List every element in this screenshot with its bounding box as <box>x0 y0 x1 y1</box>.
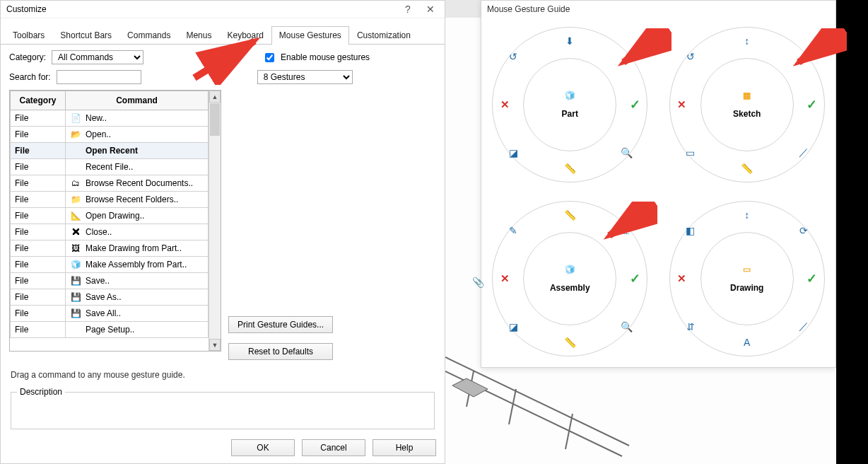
cancel-icon[interactable]: ✕ <box>674 271 690 286</box>
command-cell: 💾Save All.. <box>66 306 209 322</box>
description-group: Description <box>11 387 435 429</box>
flip-icon[interactable]: ⇵ <box>683 319 698 335</box>
cancel-icon[interactable]: ✕ <box>497 271 512 286</box>
table-scrollbar[interactable]: ▲ ▼ <box>209 91 221 351</box>
gesture-count-select[interactable]: 8 Gestures <box>257 70 353 84</box>
category-cell: File <box>11 127 66 143</box>
enable-gestures-checkbox[interactable] <box>265 53 274 62</box>
accept-icon[interactable]: ✓ <box>627 271 643 286</box>
command-label: Open Recent <box>86 146 138 156</box>
gesture-wheel[interactable]: 🧊Assembly📏⟂✓🔍📏◪✕✎📎 <box>492 201 647 356</box>
gesture-wheel[interactable]: ▭Drawing↕⟳✓／A⇵✕◧ <box>669 201 825 356</box>
search-input[interactable] <box>57 70 141 84</box>
cancel-icon[interactable]: ✕ <box>674 97 690 112</box>
col-command[interactable]: Command <box>66 91 209 110</box>
make-drawing-icon: 🖼 <box>70 243 81 254</box>
table-row[interactable]: File🧊Make Assembly from Part.. <box>11 257 209 273</box>
accept-icon[interactable]: ✓ <box>804 271 820 286</box>
table-row[interactable]: File🗙Close.. <box>11 224 209 240</box>
dimension-icon[interactable]: ↕ <box>739 207 755 223</box>
drag-hint: Drag a command to any mouse gesture guid… <box>11 370 436 380</box>
normal-to-icon[interactable]: ⟂ <box>618 49 634 64</box>
category-label: Category: <box>9 52 46 62</box>
command-cell: 📂Open.. <box>66 127 209 143</box>
previous-view-icon[interactable]: ↺ <box>505 49 521 64</box>
table-row[interactable]: File💾Save.. <box>11 273 209 289</box>
rectangle-icon[interactable]: ▭ <box>683 145 698 161</box>
paperclip-icon[interactable]: 📎 <box>470 274 486 290</box>
tab-shortcut-bars[interactable]: Shortcut Bars <box>52 26 119 45</box>
help-icon[interactable]: ? <box>397 4 419 15</box>
normal-to-icon[interactable]: ⟂ <box>618 223 634 238</box>
tab-menus[interactable]: Menus <box>178 26 219 45</box>
accept-icon[interactable]: ✓ <box>627 97 643 112</box>
enable-gestures-label[interactable]: Enable mouse gestures <box>281 52 370 62</box>
dimension-icon[interactable]: ↕ <box>739 33 755 49</box>
line-icon[interactable]: ／ <box>796 145 811 161</box>
category-cell: File <box>11 208 66 224</box>
table-row[interactable]: File📄New.. <box>11 110 209 127</box>
command-label: Open.. <box>86 129 111 139</box>
measure-icon[interactable]: 📏 <box>739 161 755 176</box>
table-row[interactable]: File📂Open.. <box>11 127 209 143</box>
category-cell: File <box>11 306 66 322</box>
measure-icon[interactable]: 📏 <box>562 161 577 176</box>
model-items-icon[interactable]: ◧ <box>683 223 698 238</box>
gesture-wheel[interactable]: ▦Sketch↕⟂✓／📏▭✕↺ <box>669 27 825 182</box>
category-cell: File <box>11 273 66 289</box>
edit-component-icon[interactable]: ✎ <box>505 223 521 238</box>
new-doc-icon: 📄 <box>70 112 81 124</box>
wheel-label: Part <box>541 109 598 119</box>
cancel-button[interactable]: Cancel <box>302 439 365 456</box>
normal-to-icon[interactable]: ⟂ <box>796 49 811 64</box>
tab-keyboard[interactable]: Keyboard <box>219 26 271 45</box>
tab-customization[interactable]: Customization <box>349 26 418 45</box>
category-cell: File <box>11 175 66 192</box>
rotate-view-icon[interactable]: ⟳ <box>796 223 811 238</box>
help-button[interactable]: Help <box>373 439 436 456</box>
recent-docs-icon: 🗂 <box>70 178 81 189</box>
scroll-thumb[interactable] <box>210 103 220 136</box>
tab-commands[interactable]: Commands <box>119 26 178 45</box>
table-row[interactable]: File🗂Browse Recent Documents.. <box>11 175 209 192</box>
command-label: Browse Recent Documents.. <box>86 178 193 188</box>
col-category[interactable]: Category <box>11 91 66 110</box>
print-guides-button[interactable]: Print Gesture Guides... <box>228 316 333 333</box>
scroll-down-icon[interactable]: ▼ <box>209 339 221 351</box>
line-icon[interactable]: ／ <box>796 319 811 335</box>
table-row[interactable]: File💾Save As.. <box>11 289 209 306</box>
table-row[interactable]: File🖼Make Drawing from Part.. <box>11 240 209 257</box>
zoom-fit-icon[interactable]: 🔍 <box>618 145 634 161</box>
section-view-icon[interactable]: ◪ <box>505 145 521 161</box>
gesture-wheel[interactable]: 🧊Part⬇⟂✓🔍📏◪✕↺ <box>492 27 647 182</box>
part-cube-icon: 🧊 <box>562 91 577 106</box>
drawing-sheet-icon: ▭ <box>739 265 755 280</box>
section-view-icon[interactable]: ◪ <box>505 319 521 335</box>
front-view-icon[interactable]: ⬇ <box>562 33 577 49</box>
ok-button[interactable]: OK <box>231 439 295 456</box>
previous-view-icon[interactable]: ↺ <box>683 49 698 64</box>
table-row[interactable]: File📁Browse Recent Folders.. <box>11 192 209 208</box>
save-as-icon: 💾 <box>70 291 81 303</box>
accept-icon[interactable]: ✓ <box>804 97 820 112</box>
command-table[interactable]: Category Command File📄New..File📂Open..Fi… <box>9 90 221 352</box>
tab-toolbars[interactable]: Toolbars <box>5 26 52 45</box>
category-select[interactable]: All Commands <box>52 50 143 64</box>
scroll-up-icon[interactable]: ▲ <box>209 91 221 103</box>
cancel-icon[interactable]: ✕ <box>497 97 512 112</box>
table-row[interactable]: File💾Save All.. <box>11 306 209 322</box>
table-row[interactable]: FileOpen Recent <box>11 143 209 159</box>
measure-icon[interactable]: 📏 <box>562 335 577 350</box>
annotation-icon[interactable]: A <box>739 335 755 350</box>
close-icon[interactable]: ✕ <box>419 4 442 15</box>
wheel-center: ▭Drawing <box>719 265 775 293</box>
measure-tape-icon[interactable]: 📏 <box>562 207 577 223</box>
table-row[interactable]: FilePage Setup.. <box>11 322 209 338</box>
reset-defaults-button[interactable]: Reset to Defaults <box>228 343 333 360</box>
table-row[interactable]: File📐Open Drawing.. <box>11 208 209 224</box>
save-icon: 💾 <box>70 275 81 286</box>
table-row[interactable]: FileRecent File.. <box>11 159 209 175</box>
tab-mouse-gestures[interactable]: Mouse Gestures <box>271 26 349 45</box>
zoom-fit-icon[interactable]: 🔍 <box>618 319 634 335</box>
category-cell: File <box>11 224 66 240</box>
